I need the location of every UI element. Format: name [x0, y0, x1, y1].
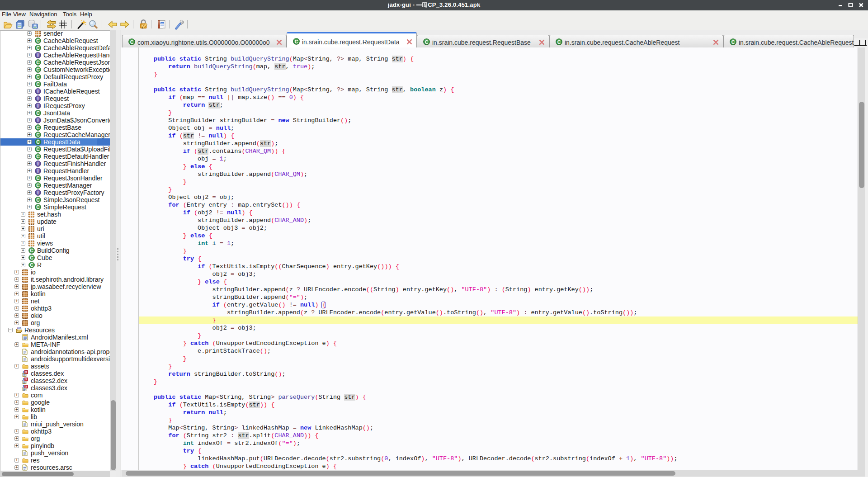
svg-text:x: x [25, 385, 27, 388]
svg-text:C: C [36, 45, 40, 51]
svg-text:010: 010 [17, 327, 21, 330]
svg-text:C: C [36, 38, 40, 43]
svg-text:I: I [38, 168, 39, 174]
svg-text:I: I [38, 96, 39, 101]
svg-text:C: C [36, 154, 40, 159]
svg-text:I: I [38, 89, 39, 94]
svg-text:C: C [36, 204, 40, 210]
svg-text:C: C [30, 248, 33, 253]
svg-text:C: C [36, 175, 40, 181]
svg-text:C: C [36, 183, 40, 188]
svg-text:x: x [25, 378, 27, 381]
svg-text:C: C [36, 67, 40, 72]
svg-text:C: C [130, 39, 134, 45]
svg-text:C: C [36, 125, 40, 130]
svg-text:C: C [425, 39, 429, 45]
svg-text:I: I [38, 118, 39, 123]
svg-text:I: I [38, 190, 39, 195]
svg-text:I: I [38, 103, 39, 109]
svg-text:I: I [38, 161, 39, 166]
svg-text:C: C [36, 60, 40, 65]
svg-text:C: C [30, 255, 33, 260]
svg-text:C: C [36, 197, 40, 203]
svg-text:C: C [557, 39, 561, 45]
svg-text:C: C [36, 81, 40, 87]
svg-text:C: C [295, 39, 298, 44]
svg-text:C: C [731, 39, 735, 45]
svg-text:I: I [38, 52, 39, 58]
svg-text:C: C [36, 132, 40, 137]
svg-text:C: C [30, 262, 33, 268]
svg-text:C: C [36, 74, 40, 80]
svg-text:C: C [36, 110, 40, 116]
svg-text:C: C [36, 146, 40, 152]
svg-text:C: C [36, 139, 40, 145]
svg-text:x: x [25, 370, 27, 373]
